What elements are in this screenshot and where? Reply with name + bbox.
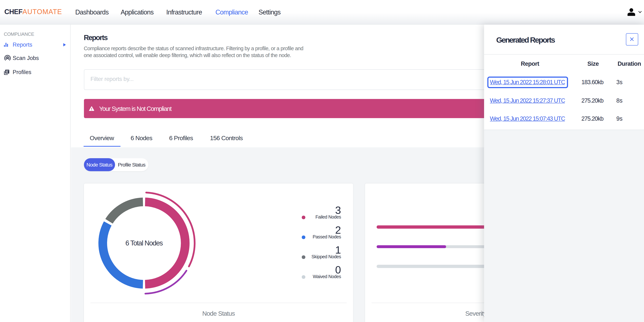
svg-text:6 Total Nodes: 6 Total Nodes	[125, 239, 163, 247]
